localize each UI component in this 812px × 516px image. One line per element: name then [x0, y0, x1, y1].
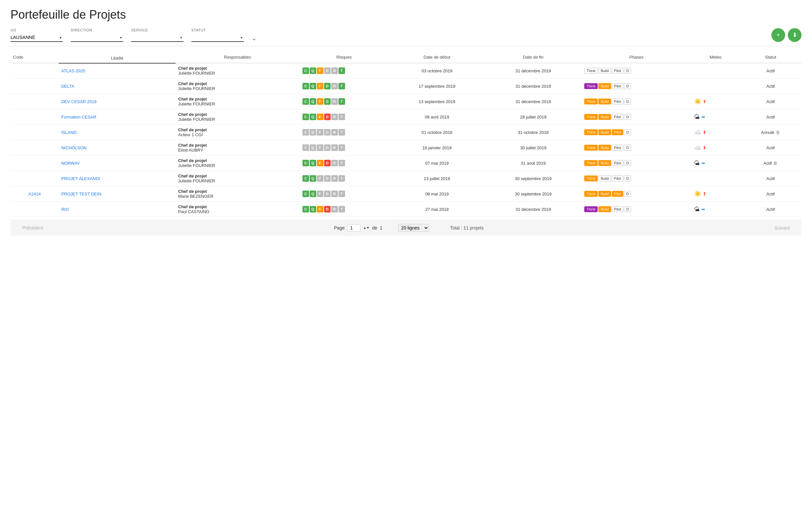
project-link[interactable]: ATLAS 2020 — [61, 68, 85, 73]
risk-badge-d: D — [324, 83, 330, 89]
risk-badge-t: T — [339, 190, 345, 197]
phase-tag: D — [624, 83, 631, 89]
risk-badge-c: C — [302, 114, 309, 120]
risk-badge-f: F — [317, 160, 323, 166]
cell-statut: Annulé🗑 — [740, 125, 802, 140]
resp-name: Paul CASTAING — [178, 209, 209, 214]
filter-direction: Direction — [71, 28, 123, 42]
table-body: ATLAS 2020Chef de projetJuliette FOURNIE… — [10, 63, 802, 217]
cell-date-debut: 13 septembre 2019 — [388, 94, 485, 109]
cell-responsable: Chef de projetJuliette FOURNIER — [176, 109, 299, 125]
filter-statut-select[interactable] — [192, 33, 244, 42]
cell-meteo: ☀️⬆ — [691, 186, 740, 202]
risk-badge-c: C — [302, 190, 309, 197]
trend-icon: ➡ — [701, 114, 705, 120]
cell-date-fin: 30 septembre 2019 — [485, 171, 581, 186]
cell-risques: CQFDRT — [299, 125, 389, 140]
page-spinner[interactable]: ▲▼ — [363, 226, 370, 230]
table-row: RIOChef de projetPaul CASTAINGCQFDRT27 m… — [10, 202, 802, 217]
filter-service: Service — [131, 28, 183, 42]
project-link[interactable]: NORWAY — [61, 161, 80, 166]
cell-libelle[interactable]: DEV CESAR 2019 — [59, 94, 176, 109]
project-link[interactable]: PROJET TEST DEIN — [61, 191, 101, 196]
trend-icon: ➡ — [701, 160, 705, 166]
risk-badge-d: D — [324, 144, 330, 151]
cell-statut: Actif — [740, 140, 802, 155]
cell-code — [10, 171, 59, 186]
phase-tag: D — [624, 176, 631, 181]
resp-title: Chef de projet — [178, 127, 207, 132]
cell-libelle[interactable]: PROJET ALEXANDI — [59, 171, 176, 186]
cell-phases: ThinkBuildPilotD — [581, 94, 691, 109]
cell-phases: ThinkBuildPilotD — [581, 79, 691, 94]
project-link[interactable]: DEV CESAR 2019 — [61, 99, 97, 104]
cell-libelle[interactable]: Formation CESAR — [59, 109, 176, 125]
cell-libelle[interactable]: ATLAS 2020 — [59, 63, 176, 79]
risk-badge-q: Q — [310, 67, 316, 74]
page-input[interactable] — [347, 224, 360, 232]
phase-tag: D — [624, 191, 631, 197]
cell-libelle[interactable]: RIO — [59, 202, 176, 217]
page-total-pages: 1 — [380, 225, 382, 231]
next-button[interactable]: Suivant — [771, 223, 794, 233]
cell-libelle[interactable]: ISLAND — [59, 125, 176, 140]
lines-per-page-select[interactable]: 20 lignes 50 lignes 100 lignes — [398, 224, 429, 232]
risk-badge-r: R — [331, 67, 338, 74]
phase-tag: Pilot — [612, 68, 623, 74]
phase-tag: Think — [584, 98, 598, 104]
cell-phases: ThinkBuildPilotD — [581, 186, 691, 202]
project-link[interactable]: RIO — [61, 207, 69, 212]
filter-service-select[interactable] — [131, 33, 183, 42]
expand-button[interactable]: ⌄ — [252, 35, 257, 42]
project-link[interactable]: PROJET ALEXANDI — [61, 176, 100, 181]
filter-direction-select[interactable] — [71, 33, 123, 42]
delete-icon[interactable]: 🗑 — [776, 130, 780, 135]
prev-button[interactable]: Précédent — [18, 223, 47, 233]
cell-libelle[interactable]: PROJET TEST DEIN — [59, 186, 176, 202]
cell-code — [10, 63, 59, 79]
cell-libelle[interactable]: NORWAY — [59, 155, 176, 171]
risk-badge-f: F — [317, 114, 323, 120]
page-title: Portefeuille de Projets — [10, 8, 802, 22]
resp-title: Chef de projet — [178, 112, 207, 117]
filter-uo-select[interactable]: LAUSANNE — [10, 33, 63, 42]
th-responsables: Responsables — [176, 52, 299, 63]
add-project-button[interactable]: + — [772, 28, 785, 42]
page-container: Portefeuille de Projets UO LAUSANNE Dire… — [0, 0, 812, 244]
table-row: Formation CESARChef de projetJuliette FO… — [10, 109, 802, 125]
phase-tag: D — [624, 206, 631, 212]
table-row: PROJET ALEXANDIChef de projetJuliette FO… — [10, 171, 802, 186]
cell-meteo: 🌤➡ — [691, 109, 740, 125]
phase-tag: Build — [598, 206, 611, 212]
project-link[interactable]: DELTA — [61, 84, 75, 89]
trend-icon: ➡ — [701, 207, 705, 212]
risk-badge-t: T — [339, 114, 345, 120]
cell-date-fin: 30 septembre 2019 — [485, 186, 581, 202]
resp-title: Chef de projet — [178, 174, 207, 178]
project-link[interactable]: NICHOLSON — [61, 145, 87, 150]
delete-icon[interactable]: 🗑 — [773, 160, 778, 166]
phase-tag: Think — [584, 206, 598, 212]
phase-tag: D — [624, 145, 631, 151]
cell-date-fin: 31 décembre 2019 — [485, 79, 581, 94]
download-button[interactable]: ⬇ — [788, 28, 802, 42]
phase-tag: D — [624, 68, 631, 74]
risk-badge-c: C — [302, 206, 309, 212]
risk-badge-d: D — [324, 160, 330, 166]
phase-tag: Pilot — [612, 83, 623, 89]
risk-badge-f: F — [317, 83, 323, 89]
phase-tag: Pilot — [612, 176, 623, 181]
resp-name: Eliott AUBRY — [178, 148, 203, 153]
project-link[interactable]: Formation CESAR — [61, 115, 96, 120]
filter-service-label: Service — [131, 28, 183, 32]
cell-date-fin: 31 décembre 2019 — [485, 202, 581, 217]
cell-code — [10, 202, 59, 217]
trend-icon: ⬇ — [702, 130, 706, 135]
risk-badge-c: C — [302, 83, 309, 89]
project-link[interactable]: ISLAND — [61, 130, 77, 135]
cell-libelle[interactable]: NICHOLSON — [59, 140, 176, 155]
cell-libelle[interactable]: DELTA — [59, 79, 176, 94]
trend-icon: ⬇ — [702, 145, 706, 150]
risk-badge-r: R — [331, 144, 338, 151]
pagination-bar: Précédent Page ▲▼ de 1 20 lignes 50 lign… — [10, 220, 802, 236]
